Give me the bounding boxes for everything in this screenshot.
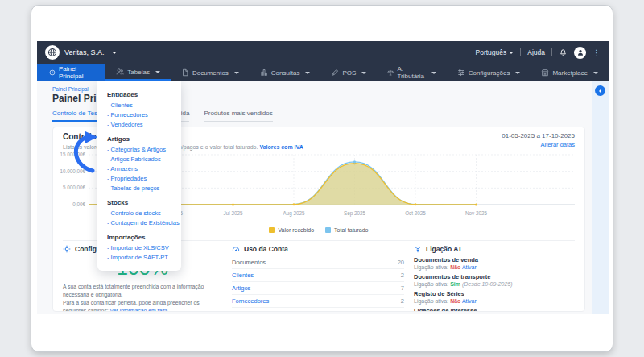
app-screenshot: Veritas, S.A. Português Ajuda ⋮ (37, 41, 609, 314)
chevron-down-icon (509, 52, 514, 56)
nav-painel-principal[interactable]: Painel Principal (37, 64, 105, 81)
usage-row-artigos[interactable]: Artigos7 (232, 282, 404, 295)
clock-icon (49, 68, 56, 77)
svg-text:0,00€: 0,00€ (72, 201, 85, 207)
menu-item-contagem-existencias[interactable]: - Contagem de Existências (107, 218, 171, 228)
divider (520, 48, 521, 56)
menu-item-fornecedores[interactable]: - Fornecedores (107, 110, 171, 120)
breadcrumb[interactable]: Painel Principal (52, 86, 89, 92)
menu-item-vendedores[interactable]: - Vendedores (107, 120, 171, 130)
menu-item-clientes[interactable]: - Clientes (107, 101, 171, 110)
nav-documentos[interactable]: Documentos (171, 64, 250, 81)
company-logo-icon (45, 45, 60, 60)
notifications-bell-icon[interactable] (559, 48, 568, 58)
status-note: (Desde 10-09-2025) (462, 281, 513, 287)
menu-item-importar-xls-csv[interactable]: - Importar de XLS/CSV (107, 243, 171, 253)
store-icon (541, 68, 549, 77)
chevron-down-icon (234, 72, 239, 77)
menu-item-propriedades[interactable]: - Propriedades (107, 174, 171, 184)
status-nao: Não (450, 298, 460, 304)
user-avatar[interactable] (574, 47, 586, 59)
nav-tabelas[interactable]: Tabelas (105, 64, 171, 81)
ativar-link[interactable]: Ativar (462, 264, 477, 270)
chevron-down-icon (593, 72, 598, 77)
at-header: Ligação AT (414, 245, 576, 253)
document-icon (181, 68, 189, 77)
chevron-down-icon (305, 72, 310, 77)
scale-icon (387, 68, 394, 77)
usage-section: Uso da Conta Documentos20 Clientes2 Arti… (232, 245, 404, 312)
chevron-down-icon (361, 72, 366, 77)
at-entry-status: Ligação ativa: Sim (Desde 10-09-2025) (414, 281, 576, 287)
dropdown-section-title: Importações (107, 234, 171, 241)
at-entry-status: Ligação ativa: Não Ativar (414, 298, 576, 304)
nav-a-tributaria[interactable]: A. Tributária (377, 64, 447, 81)
legend-swatch-icon (325, 227, 331, 233)
usage-row-vendedores[interactable]: Vendedores0 (232, 308, 404, 312)
menu-item-controlo-stocks[interactable]: - Controlo de stocks (107, 209, 171, 218)
company-name: Veritas, S.A. (64, 48, 105, 56)
config-text: A sua conta está totalmente preenchida c… (63, 283, 222, 312)
ver-informacao-link[interactable]: Ver informação em falta (110, 308, 168, 312)
chevron-down-icon (515, 72, 520, 77)
top-bar: Veritas, S.A. Português Ajuda ⋮ (37, 41, 609, 64)
antenna-icon (414, 245, 422, 253)
gear-icon (63, 245, 71, 253)
company-menu[interactable]: Veritas, S.A. (45, 45, 117, 60)
more-options-icon[interactable]: ⋮ (592, 48, 601, 57)
dropdown-section-title: Entidades (107, 91, 171, 98)
chevron-down-icon (431, 72, 436, 77)
menu-item-artigos-fabricados[interactable]: - Artigos Fabricados (107, 155, 171, 164)
nav-pos[interactable]: POS (320, 64, 377, 81)
app-window: Veritas, S.A. Português Ajuda ⋮ (31, 5, 613, 352)
nav-configuracoes[interactable]: Configurações (447, 64, 531, 81)
legend-swatch-icon (269, 227, 275, 233)
tabelas-dropdown-menu: Entidades - Clientes - Fornecedores - Ve… (97, 81, 181, 271)
bar-chart-icon (260, 68, 268, 77)
tab-produtos-mais-vendidos[interactable]: Produtos mais vendidos (204, 110, 272, 122)
nav-consultas[interactable]: Consultas (250, 64, 321, 81)
at-entry-title: Ligações de Interesse (414, 307, 576, 312)
ativar-link[interactable]: Ativar (462, 298, 477, 304)
usage-row-clientes[interactable]: Clientes2 (232, 269, 404, 282)
menu-item-importar-saft-pt[interactable]: - Importar de SAFT-PT (107, 253, 171, 263)
expand-panel-button[interactable] (595, 85, 605, 96)
collapsed-side-panel (592, 81, 609, 314)
content-area: Painel Principal Painel Principal Contro… (37, 81, 609, 314)
users-icon (116, 68, 124, 76)
svg-text:Sep 2025: Sep 2025 (344, 210, 365, 217)
pen-icon (331, 68, 339, 77)
divider (551, 48, 552, 56)
gauge-icon (232, 245, 240, 253)
menu-item-categorias-artigos[interactable]: - Categorias & Artigos (107, 145, 171, 155)
svg-text:10.000,00€: 10.000,00€ (60, 168, 85, 174)
svg-text:Aug 2025: Aug 2025 (283, 210, 305, 217)
at-entry-title: Documentos de transporte (414, 273, 576, 280)
legend-valor-recebido[interactable]: Valor recebido (269, 227, 314, 233)
chevron-down-icon (155, 71, 160, 76)
language-selector[interactable]: Português (476, 48, 514, 56)
help-link[interactable]: Ajuda (527, 48, 545, 56)
svg-text:15.000,00€: 15.000,00€ (60, 152, 85, 157)
chevron-down-icon (112, 52, 117, 56)
main-nav: Painel Principal Tabelas Documentos Cons… (37, 64, 609, 81)
at-section: Ligação AT Documentos de venda Ligação a… (414, 245, 576, 312)
sliders-icon (457, 68, 465, 77)
at-entry-status: Ligação ativa: Não Ativar (414, 264, 576, 270)
svg-text:Nov 2025: Nov 2025 (465, 210, 487, 216)
svg-text:5.000,00€: 5.000,00€ (63, 185, 86, 190)
menu-item-armazens[interactable]: - Armazéns (107, 164, 171, 174)
valores-com-iva-link[interactable]: Valores com IVA (259, 144, 303, 150)
nav-marketplace[interactable]: Marketplace (530, 64, 609, 81)
at-entry-title: Registo de Séries (414, 290, 576, 297)
usage-row-documentos: Documentos20 (232, 256, 404, 269)
date-range: 01-05-2025 a 17-10-2025 (502, 132, 575, 139)
menu-item-tabelas-precos[interactable]: - Tabelas de preços (107, 184, 171, 193)
at-entry-title: Documentos de venda (414, 256, 576, 264)
status-sim: Sim (450, 281, 460, 287)
change-dates-link[interactable]: Alterar datas (540, 141, 575, 148)
status-nao: Não (450, 264, 460, 270)
usage-row-fornecedores[interactable]: Fornecedores2 (232, 295, 404, 308)
dropdown-section-title: Stocks (107, 199, 171, 206)
legend-total-faturado[interactable]: Total faturado (325, 227, 368, 233)
